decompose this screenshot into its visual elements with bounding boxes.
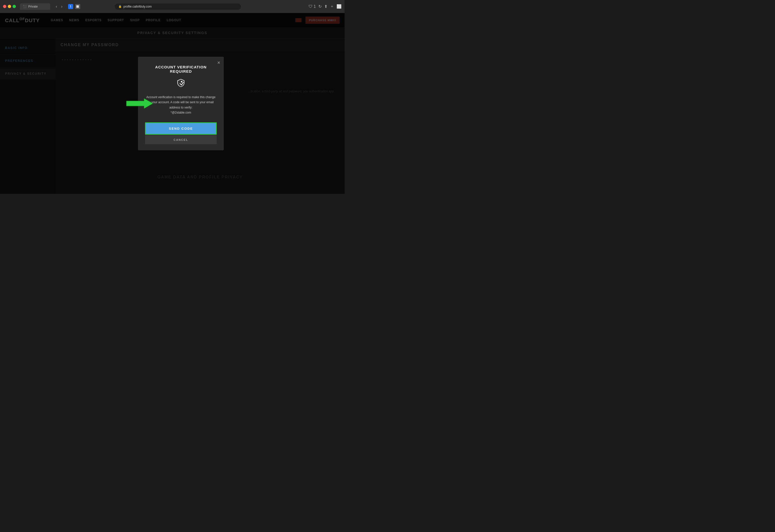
new-tab-icon[interactable]: ＋: [330, 4, 334, 9]
browser-actions: 🛡 1 ↻ ⬆ ＋ ⬜: [308, 4, 341, 9]
browser-tab[interactable]: ⬛ Private: [20, 3, 50, 10]
modal-title-text: ACCOUNT VERIFICATION REQUIRED: [155, 65, 207, 73]
minimize-traffic-light[interactable]: [8, 5, 11, 8]
fullscreen-traffic-light[interactable]: [13, 5, 16, 8]
onepassword-extension-icon[interactable]: 1: [68, 4, 73, 9]
shield-icon: [145, 78, 217, 90]
close-icon: ×: [217, 60, 220, 65]
reload-icon[interactable]: ↻: [318, 4, 322, 9]
back-button[interactable]: ‹: [54, 4, 59, 9]
cancel-button[interactable]: CANCEL: [145, 135, 217, 144]
close-traffic-light[interactable]: [3, 5, 6, 8]
share-icon[interactable]: ⬆: [324, 4, 327, 9]
extensions-icon[interactable]: ⬜: [75, 4, 80, 9]
nav-buttons: ‹ ›: [54, 4, 64, 9]
green-arrow-icon: [124, 96, 154, 111]
modal-body-text: Account verification is required to make…: [145, 95, 217, 115]
tab-label: Private: [28, 5, 38, 8]
traffic-lights: [3, 5, 16, 8]
forward-button[interactable]: ›: [60, 4, 64, 9]
send-code-button[interactable]: SEND CODE: [145, 122, 217, 134]
tabs-icon[interactable]: ⬜: [336, 4, 341, 9]
modal-close-button[interactable]: ×: [217, 60, 220, 66]
browser-chrome: ⬛ Private ‹ › 1 ⬜ 🔒 profile.callofduty.c…: [0, 0, 344, 13]
cancel-label: CANCEL: [173, 138, 188, 141]
tab-private-icon: ⬛: [23, 5, 27, 8]
send-code-label: SEND CODE: [169, 126, 193, 130]
address-bar[interactable]: 🔒 profile.callofduty.com: [115, 4, 241, 10]
arrow-annotation: [124, 96, 154, 111]
svg-marker-1: [126, 98, 153, 108]
svg-point-0: [181, 81, 182, 82]
page-content: CALLOFDUTY GAMES NEWS ESPORTS SUPPORT SH…: [0, 13, 344, 194]
modal-body-content: Account verification is required to make…: [146, 95, 215, 109]
modal-title: ACCOUNT VERIFICATION REQUIRED: [145, 65, 217, 73]
lock-icon: 🔒: [118, 5, 122, 8]
modal-email: *@2stable.com: [170, 111, 191, 114]
shield-browser-icon: 🛡 1: [308, 4, 316, 9]
url-text: profile.callofduty.com: [123, 5, 152, 8]
